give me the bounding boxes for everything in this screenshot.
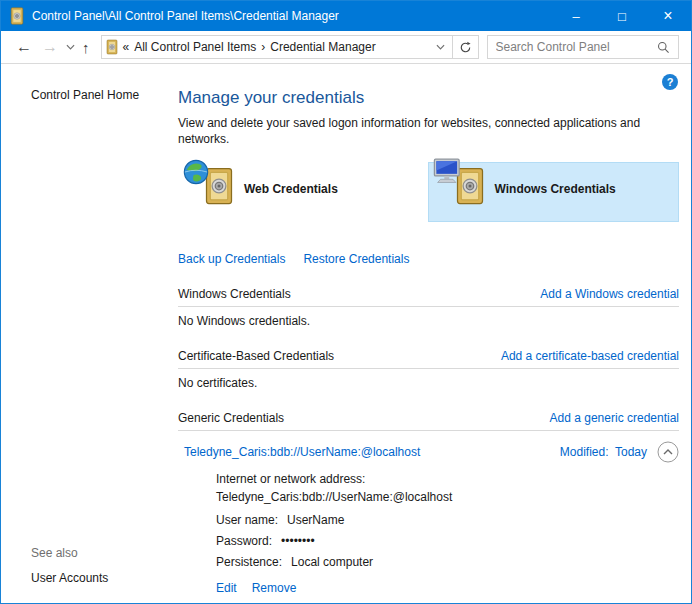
recent-pages-chevron-icon[interactable]: [63, 44, 78, 50]
address-label: Internet or network address:: [216, 471, 679, 488]
modified-value: Today: [615, 445, 647, 459]
username-row: User name:UserName: [216, 513, 679, 527]
section-title-certificate-credentials: Certificate-Based Credentials: [178, 349, 334, 363]
window-controls: – □ ×: [553, 1, 691, 31]
edit-credential-link[interactable]: Edit: [216, 581, 237, 595]
navigation-bar: ← → ↑ « All Control Panel Items › Creden…: [1, 31, 691, 64]
modified-label: Modified:: [560, 445, 609, 459]
breadcrumb-item-credential-manager[interactable]: Credential Manager: [270, 40, 375, 54]
titlebar[interactable]: Control Panel\All Control Panel Items\Cr…: [1, 1, 691, 31]
password-value: ••••••••: [281, 534, 315, 548]
sidebar-item-control-panel-home[interactable]: Control Panel Home: [31, 88, 171, 102]
remove-credential-link[interactable]: Remove: [252, 581, 297, 595]
persistence-label: Persistence:: [216, 555, 282, 569]
maximize-button[interactable]: □: [599, 1, 645, 31]
credential-actions: Edit Remove: [216, 581, 679, 595]
section-title-generic-credentials: Generic Credentials: [178, 411, 284, 425]
add-windows-credential-link[interactable]: Add a Windows credential: [540, 287, 679, 301]
search-input[interactable]: [488, 40, 656, 54]
web-credentials-tile[interactable]: Web Credentials: [178, 162, 428, 222]
section-divider: [178, 430, 679, 431]
forward-button[interactable]: →: [37, 39, 63, 55]
windows-credentials-tile[interactable]: Windows Credentials: [428, 162, 680, 222]
add-generic-credential-link[interactable]: Add a generic credential: [550, 411, 679, 425]
up-button[interactable]: ↑: [78, 39, 96, 56]
generic-credentials-section-header: Generic Credentials Add a generic creden…: [178, 411, 679, 425]
credential-modified: Modified: Today: [560, 445, 647, 459]
section-divider: [178, 368, 679, 369]
refresh-button[interactable]: [452, 35, 479, 59]
address-page-icon: [106, 39, 118, 55]
tile-label-windows-credentials: Windows Credentials: [495, 182, 616, 196]
minimize-button[interactable]: –: [553, 1, 599, 31]
sidebar-item-user-accounts[interactable]: User Accounts: [31, 571, 171, 585]
section-divider: [178, 306, 679, 307]
password-label: Password:: [216, 534, 272, 548]
windows-credentials-icon: [433, 158, 489, 232]
backup-restore-row: Back up Credentials Restore Credentials: [178, 252, 679, 266]
username-label: User name:: [216, 513, 278, 527]
search-box: [487, 35, 680, 59]
page-description: View and delete your saved logon informa…: [178, 115, 672, 147]
content-area: Control Panel Home See also User Account…: [1, 64, 691, 603]
web-credentials-icon: [182, 158, 238, 232]
collapse-credential-button[interactable]: [657, 441, 679, 463]
address-bar-group: « All Control Panel Items › Credential M…: [101, 35, 479, 59]
see-also-label: See also: [31, 546, 171, 560]
back-button[interactable]: ←: [11, 39, 37, 55]
credential-details: Internet or network address: Teledyne_Ca…: [178, 471, 679, 595]
backup-credentials-link[interactable]: Back up Credentials: [178, 252, 285, 266]
credential-manager-window: Control Panel\All Control Panel Items\Cr…: [0, 0, 692, 604]
help-button[interactable]: ?: [662, 74, 678, 90]
address-value: Teledyne_Caris:bdb://UserName:@localhost: [216, 489, 679, 506]
credential-manager-icon: [10, 7, 24, 25]
window-title: Control Panel\All Control Panel Items\Cr…: [32, 9, 553, 23]
credential-row[interactable]: Teledyne_Caris:bdb://UserName:@localhost…: [178, 435, 679, 469]
breadcrumb-collapse-chevrons[interactable]: «: [123, 40, 130, 54]
credential-type-tiles: Web Credentials Windows Credentials: [178, 162, 679, 222]
search-icon[interactable]: [655, 41, 678, 54]
breadcrumb-item-all-control-panel-items[interactable]: All Control Panel Items: [134, 40, 256, 54]
section-title-windows-credentials: Windows Credentials: [178, 287, 291, 301]
close-button[interactable]: ×: [645, 1, 691, 31]
persistence-row: Persistence:Local computer: [216, 555, 679, 569]
windows-credentials-empty-text: No Windows credentials.: [178, 314, 679, 328]
password-row: Password:••••••••: [216, 534, 679, 548]
add-certificate-credential-link[interactable]: Add a certificate-based credential: [501, 349, 679, 363]
restore-credentials-link[interactable]: Restore Credentials: [303, 252, 409, 266]
persistence-value: Local computer: [291, 555, 373, 569]
breadcrumb-separator-icon: ›: [261, 40, 265, 54]
certificate-credentials-empty-text: No certificates.: [178, 376, 679, 390]
windows-credentials-section-header: Windows Credentials Add a Windows creden…: [178, 287, 679, 301]
globe-icon: [182, 158, 210, 190]
main-panel: ? Manage your credentials View and delet…: [171, 64, 691, 603]
tile-label-web-credentials: Web Credentials: [244, 182, 338, 196]
computer-monitor-icon: [433, 158, 463, 188]
certificate-credentials-section-header: Certificate-Based Credentials Add a cert…: [178, 349, 679, 363]
username-value: UserName: [287, 513, 344, 527]
address-dropdown-chevron-icon[interactable]: [432, 44, 449, 50]
credential-name-link[interactable]: Teledyne_Caris:bdb://UserName:@localhost: [184, 445, 560, 459]
sidebar: Control Panel Home See also User Account…: [1, 64, 171, 603]
address-bar[interactable]: « All Control Panel Items › Credential M…: [101, 35, 453, 59]
page-title: Manage your credentials: [178, 88, 679, 108]
